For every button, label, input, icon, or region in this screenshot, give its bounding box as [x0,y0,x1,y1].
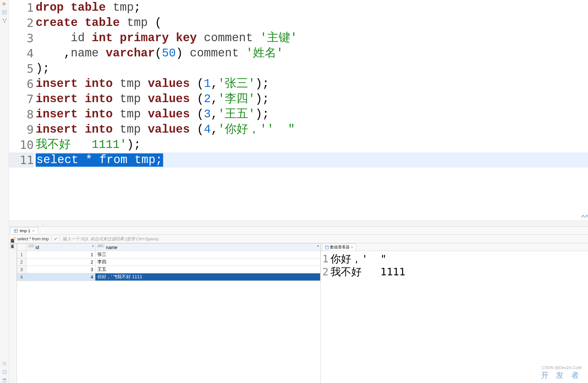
line-number: 9 [9,122,34,137]
save-icon[interactable] [2,378,7,383]
table-row[interactable]: 44你好，' "¶我不好 1111 [17,273,320,281]
code-area[interactable]: drop table tmp;create table tmp ( id int… [36,0,588,221]
code-line[interactable]: insert into tmp values (4,'你好，'' " [36,122,588,137]
grid-side-tabs: 数据 文本 [9,243,17,383]
table-row[interactable]: 33王五 [17,266,320,273]
svg-line-7 [3,19,5,22]
filter-bar: ▸T select * from tmp ⤢ 输入一个 SQL 表达式来过滤结果… [9,235,588,243]
code-line[interactable]: drop table tmp; [36,0,588,15]
result-tab[interactable]: tmp 1 × [10,227,38,234]
row-number[interactable]: 3 [17,266,26,273]
code-line[interactable]: insert into tmp values (2,'李四'); [36,91,588,107]
script-icon[interactable] [2,10,7,15]
row-number[interactable]: 1 [17,251,26,258]
svg-rect-1 [3,10,6,14]
line-number: 5 [9,61,34,76]
filter-input[interactable]: 输入一个 SQL 表达式来过滤结果 (使用 Ctrl+Space) [60,236,588,242]
run-icon[interactable] [2,1,7,6]
left-toolbar [0,0,9,383]
expand-filter[interactable]: ⤢ [52,237,60,241]
line-number: 11 [9,152,34,168]
results-tab-bar: tmp 1 × [9,226,588,235]
close-icon[interactable]: × [32,229,35,233]
svg-line-8 [5,19,6,22]
column-header[interactable]: ABC name▾ [95,244,320,251]
svg-rect-14 [14,229,18,233]
table-row[interactable]: 22李四 [17,258,320,266]
code-line[interactable]: select * from tmp; [36,152,588,168]
settings-icon[interactable] [2,361,7,366]
sql-editor[interactable]: 1234567891011 drop table tmp;create tabl… [9,0,588,221]
line-number: 3 [9,30,34,46]
cell-name[interactable]: 王五 [95,266,320,273]
row-number[interactable]: 2 [17,258,26,266]
svg-rect-17 [325,246,329,249]
vv-line: 我不好 1111 [330,265,588,278]
close-icon[interactable]: × [351,245,353,250]
cell-name[interactable]: 张三 [95,251,320,258]
results-grid[interactable]: 123 id▾ABC name▾11张三22李四33王五44你好，' "¶我不好… [17,243,320,383]
row-number[interactable]: 4 [17,273,26,281]
filter-stmt-text: select * from tmp [17,236,49,241]
line-number: 7 [9,91,34,107]
svg-point-9 [4,363,6,365]
code-line[interactable]: insert into tmp values (3,'王五'); [36,107,588,122]
cell-id[interactable]: 1 [26,251,95,258]
line-number: 8 [9,107,34,122]
table-icon [14,229,18,233]
line-number: 4 [9,46,34,61]
expand-icon: ⤢ [54,237,57,241]
code-line[interactable]: 我不好 1111'); [36,137,588,152]
svg-rect-13 [4,379,6,380]
cell-id[interactable]: 2 [26,258,95,266]
plan-icon[interactable] [2,18,7,23]
value-viewer-content[interactable]: 12 你好，' "我不好 1111 [321,251,588,278]
code-line[interactable]: id int primary key comment '主键' [36,30,588,46]
line-number: 10 [9,137,34,152]
code-line[interactable]: ,name varchar(50) comment '姓名' [36,46,588,61]
filter-stmt[interactable]: ▸T select * from tmp [9,236,52,241]
cell-id[interactable]: 3 [26,266,95,273]
side-tab-text[interactable]: 文本 [9,249,17,254]
line-number: 2 [9,15,34,30]
line-number: 1 [9,0,34,15]
export-icon[interactable] [2,369,7,375]
vv-line: 你好，' " [330,252,588,265]
table-row[interactable]: 11张三 [17,251,320,258]
side-tab-data[interactable]: 数据 [9,243,17,249]
filter-hint: 输入一个 SQL 表达式来过滤结果 (使用 Ctrl+Space) [63,236,159,242]
result-tab-label: tmp 1 [20,228,30,233]
cell-name[interactable]: 你好，' "¶我不好 1111 [95,273,320,281]
cell-name[interactable]: 李四 [95,258,320,266]
svg-rect-11 [3,370,6,374]
viewer-icon [325,245,329,249]
line-gutter: 1234567891011 [9,0,36,221]
code-line[interactable]: ); [36,61,588,76]
vv-line-number: 1 [321,252,329,265]
sql-marker-icon: ▸T [12,237,16,241]
value-viewer: 数值查看器 × 12 你好，' "我不好 1111 [320,243,588,383]
horizontal-scrollbar[interactable]: ⌃⌃ ‹ [9,221,588,226]
code-line[interactable]: create table tmp ( [36,15,588,30]
cell-id[interactable]: 4 [26,273,95,281]
value-viewer-label: 数值查看器 [330,245,350,250]
row-header-corner[interactable] [17,244,26,251]
column-header[interactable]: 123 id▾ [26,244,95,251]
svg-marker-0 [3,2,6,6]
svg-point-10 [3,362,6,365]
line-number: 6 [9,76,34,91]
code-line[interactable]: insert into tmp values (1,'张三'); [36,76,588,91]
value-viewer-tab[interactable]: 数值查看器 × [322,244,356,251]
sash-handle-icon[interactable]: ⌃⌃ [581,213,588,223]
vv-line-number: 2 [321,265,329,278]
